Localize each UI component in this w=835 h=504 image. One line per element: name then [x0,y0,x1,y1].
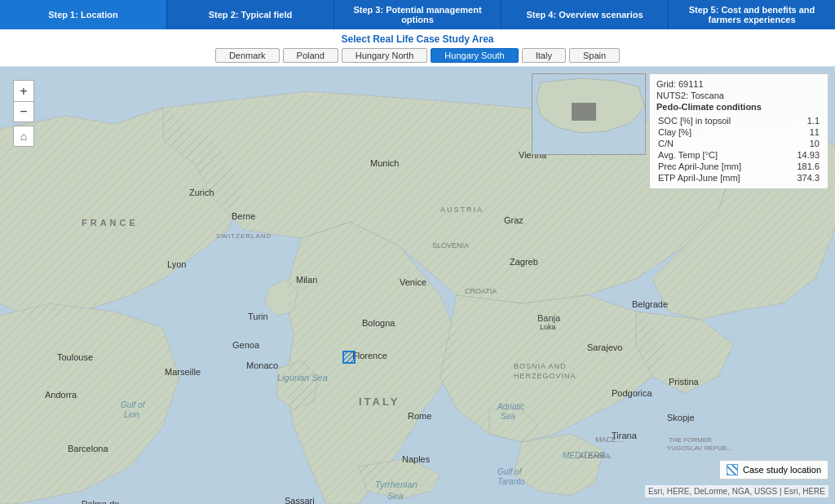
info-panel: Grid: 69111 NUTS2: Toscana Pedo-Climate … [649,73,828,189]
info-row-value: 1.1 [784,115,821,126]
step-5-cost-benefits[interactable]: Step 5: Cost and benefits and farmers ex… [669,0,835,29]
btn-spain[interactable]: Spain [569,48,620,63]
info-row-value: 11 [784,126,821,138]
zoom-controls: + − ⌂ [13,80,34,147]
legend: Case study location [719,460,828,480]
svg-text:Ligurian Sea: Ligurian Sea [277,373,328,382]
info-row: ETP April-June [mm]374.3 [656,172,821,183]
svg-text:Turin: Turin [248,312,268,321]
svg-text:Tyrrhenian: Tyrrhenian [375,480,418,489]
info-row-value: 374.3 [784,172,821,183]
svg-text:Andorra: Andorra [45,390,77,400]
btn-italy[interactable]: Italy [522,48,566,63]
info-row: Clay [%]11 [656,126,821,138]
info-row-label: SOC [%] in topsoil [656,115,784,126]
step-1-location[interactable]: Step 1: Location [0,0,167,29]
svg-text:Monaco: Monaco [246,360,278,370]
sub-header: Select Real Life Case Study Area Denmark… [0,29,835,67]
svg-text:Podgorica: Podgorica [612,388,652,398]
svg-text:FRANCE: FRANCE [82,218,139,228]
svg-text:Sassari: Sassari [285,496,315,504]
svg-text:Barcelona: Barcelona [68,444,108,453]
svg-text:Gulf of: Gulf of [497,467,523,476]
svg-text:BOSNIA AND: BOSNIA AND [514,362,567,370]
svg-text:Rome: Rome [408,411,431,421]
btn-poland[interactable]: Poland [283,48,338,63]
info-row-label: C/N [656,138,784,149]
info-row: SOC [%] in topsoil1.1 [656,115,821,126]
svg-text:Venice: Venice [400,277,426,287]
svg-text:Marseille: Marseille [165,367,201,377]
zoom-in-button[interactable]: + [13,80,34,101]
info-row-value: 14.93 [784,149,821,161]
svg-text:Banja: Banja [537,313,561,323]
svg-text:Munich: Munich [370,158,399,168]
svg-text:SWITZERLAND: SWITZERLAND [216,232,272,240]
btn-hungary-south[interactable]: Hungary South [431,48,518,63]
svg-text:Zagreb: Zagreb [510,257,538,267]
svg-text:Bologna: Bologna [362,318,395,328]
step-2-typical-field[interactable]: Step 2: Typical field [167,0,334,29]
svg-text:Pristina: Pristina [669,377,700,387]
svg-text:YUGOSLAV REPUB...: YUGOSLAV REPUB... [667,444,732,452]
svg-text:Skopje: Skopje [667,413,695,422]
map-container[interactable]: Munich Vienna Zurich Berne Lyon Milan Tu… [0,67,835,504]
svg-text:Taranto: Taranto [497,477,525,486]
svg-text:SLOVENIA: SLOVENIA [432,241,469,250]
case-study-buttons: Denmark Poland Hungary North Hungary Sou… [215,48,620,63]
svg-text:Graz: Graz [504,215,524,225]
info-row-value: 10 [784,138,821,149]
svg-text:CROATIA: CROATIA [465,287,497,295]
svg-text:MACE...: MACE... [595,435,623,444]
info-row-label: Avg. Temp [°C] [656,149,784,161]
svg-text:Berne: Berne [232,211,255,221]
svg-text:Lyon: Lyon [167,259,186,269]
step-3-management[interactable]: Step 3: Potential management options [334,0,501,29]
svg-text:Belgrade: Belgrade [632,299,668,309]
svg-text:Lion: Lion [124,410,139,419]
svg-text:Luka: Luka [540,323,556,331]
info-row-value: 181.6 [784,161,821,172]
svg-text:THE FORMER: THE FORMER [669,436,712,444]
svg-text:Adriatic: Adriatic [497,402,524,411]
svg-text:Gulf of: Gulf of [121,400,146,409]
info-table: SOC [%] in topsoil1.1Clay [%]11C/N10Avg.… [656,115,821,183]
svg-text:Zurich: Zurich [189,188,214,197]
svg-text:Genoa: Genoa [232,340,260,350]
svg-text:Sea: Sea [501,412,515,421]
svg-text:HERZEGOVINA: HERZEGOVINA [514,372,577,380]
svg-text:Sarajevo: Sarajevo [587,343,622,352]
info-row-label: ETP April-June [mm] [656,172,784,183]
step-4-scenarios[interactable]: Step 4: Overview scenarios [501,0,669,29]
btn-denmark[interactable]: Denmark [215,48,280,63]
svg-text:Milan: Milan [296,275,317,285]
btn-hungary-north[interactable]: Hungary North [342,48,428,63]
minimap [532,73,646,155]
nuts-label: NUTS2: [656,91,688,100]
info-row: C/N10 [656,138,821,149]
map-attribution: Esri, HERE, DeLorme, NGA, USGS | Esri, H… [645,485,828,497]
legend-label: Case study location [743,465,821,475]
grid-label: Grid: [656,79,676,89]
svg-text:Sea: Sea [387,491,404,501]
svg-rect-82 [572,103,596,121]
grid-value: 69111 [678,79,704,89]
info-row-label: Prec April-June [mm] [656,161,784,172]
info-row: Prec April-June [mm]181.6 [656,161,821,172]
pedo-title: Pedo-Climate conditions [656,102,821,112]
info-row-label: Clay [%] [656,126,784,138]
svg-text:ITALY: ITALY [359,396,400,408]
info-row: Avg. Temp [°C]14.93 [656,149,821,161]
zoom-out-button[interactable]: − [13,101,34,122]
svg-text:Toulouse: Toulouse [57,352,93,362]
legend-icon [727,464,738,475]
svg-text:Naples: Naples [402,454,431,464]
top-navigation: Step 1: Location Step 2: Typical field S… [0,0,835,29]
home-button[interactable]: ⌂ [13,126,34,147]
nuts-info: NUTS2: Toscana [656,91,821,100]
svg-text:Palma de: Palma de [82,499,119,504]
svg-text:AUSTRIA: AUSTRIA [440,206,484,214]
svg-rect-78 [343,351,355,363]
grid-info: Grid: 69111 [656,79,821,89]
nuts-value: Toscana [691,91,724,100]
